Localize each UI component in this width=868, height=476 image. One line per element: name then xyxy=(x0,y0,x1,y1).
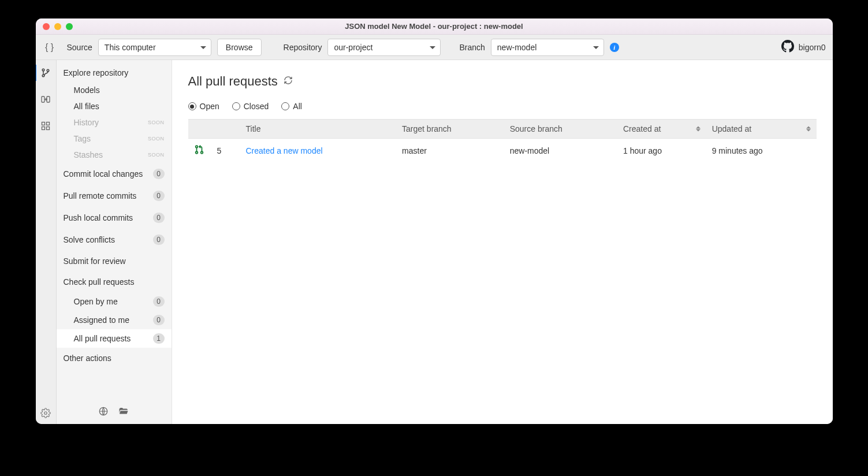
col-number-header xyxy=(211,120,240,139)
col-updated-header[interactable]: Updated at xyxy=(706,120,817,139)
sidebar-bottom-icons xyxy=(57,406,172,418)
svg-rect-5 xyxy=(42,122,45,125)
table-row[interactable]: 5 Created a new model master new-model 1… xyxy=(188,139,817,163)
pr-status-cell xyxy=(188,139,211,163)
refresh-icon[interactable] xyxy=(284,76,293,87)
source-select-value: This computer xyxy=(105,43,156,52)
page-title: All pull requests xyxy=(188,74,817,89)
rail-grid-icon[interactable] xyxy=(36,118,57,134)
pr-target-cell: master xyxy=(396,139,504,163)
col-target-header[interactable]: Target branch xyxy=(396,120,504,139)
sort-arrows-icon xyxy=(696,124,701,134)
svg-rect-6 xyxy=(47,122,50,125)
sidebar-item-solve-conflicts[interactable]: Solve conflicts 0 xyxy=(57,229,172,251)
username: bigorn0 xyxy=(799,43,826,52)
globe-icon[interactable] xyxy=(98,406,109,418)
svg-rect-8 xyxy=(47,127,50,130)
sidebar-item-all-files[interactable]: All files xyxy=(57,98,172,114)
filter-closed-radio[interactable]: Closed xyxy=(232,102,269,111)
icon-rail xyxy=(36,60,57,424)
col-title-header[interactable]: Title xyxy=(240,120,397,139)
sidebar-explore-header[interactable]: Explore repository xyxy=(57,64,172,82)
col-source-header[interactable]: Source branch xyxy=(504,120,617,139)
sidebar-item-push-local[interactable]: Push local commits 0 xyxy=(57,207,172,229)
app-window: JSON model New Model - our-project : new… xyxy=(36,18,833,424)
branch-select[interactable]: new-model xyxy=(491,39,604,56)
pr-number-cell: 5 xyxy=(211,139,240,163)
status-filter-group: Open Closed All xyxy=(188,102,817,111)
source-select[interactable]: This computer xyxy=(98,39,211,56)
source-label: Source xyxy=(67,43,92,52)
svg-rect-7 xyxy=(42,127,45,130)
toolbar: { } Source This computer Browse Reposito… xyxy=(36,35,833,60)
sidebar-item-other-actions[interactable]: Other actions xyxy=(57,348,172,369)
pr-title-cell: Created a new model xyxy=(240,139,397,163)
json-braces-icon: { } xyxy=(43,42,57,53)
rail-settings-icon[interactable] xyxy=(36,408,56,418)
pr-updated-cell: 9 minutes ago xyxy=(706,139,817,163)
sidebar-item-history: History SOON xyxy=(57,114,172,131)
main-content: All pull requests Open Closed All xyxy=(172,60,833,424)
user-chip[interactable]: bigorn0 xyxy=(781,40,826,54)
info-icon[interactable]: i xyxy=(610,43,619,52)
pr-created-cell: 1 hour ago xyxy=(617,139,706,163)
github-icon xyxy=(781,40,794,54)
sort-arrows-icon xyxy=(806,124,811,134)
sidebar-item-models[interactable]: Models xyxy=(57,82,172,98)
sidebar-item-commit-local[interactable]: Commit local changes 0 xyxy=(57,163,172,185)
col-icon-header xyxy=(188,120,211,139)
filter-all-radio[interactable]: All xyxy=(281,102,302,111)
pull-request-icon xyxy=(194,147,204,157)
sidebar: Explore repository Models All files Hist… xyxy=(57,60,172,424)
pr-title-link[interactable]: Created a new model xyxy=(246,146,323,155)
sidebar-item-submit-review[interactable]: Submit for review xyxy=(57,251,172,272)
sidebar-item-all-pull-requests[interactable]: All pull requests 1 xyxy=(57,329,172,348)
sidebar-item-stashes: Stashes SOON xyxy=(57,147,172,163)
branch-select-value: new-model xyxy=(497,43,537,52)
svg-point-9 xyxy=(44,412,47,415)
repository-select[interactable]: our-project xyxy=(327,39,441,56)
svg-rect-3 xyxy=(42,96,44,102)
sidebar-item-open-by-me[interactable]: Open by me 0 xyxy=(57,292,172,311)
rail-compare-icon[interactable] xyxy=(36,91,57,107)
repository-select-value: our-project xyxy=(334,43,372,52)
rail-branch-icon[interactable] xyxy=(36,65,55,81)
browse-button-label: Browse xyxy=(226,43,253,52)
filter-open-radio[interactable]: Open xyxy=(188,102,219,111)
browse-button[interactable]: Browse xyxy=(217,39,262,56)
folder-open-icon[interactable] xyxy=(118,406,129,418)
sidebar-item-pull-remote[interactable]: Pull remote commits 0 xyxy=(57,185,172,207)
branch-label: Branch xyxy=(459,43,485,52)
sidebar-item-check-prs[interactable]: Check pull requests xyxy=(57,272,172,292)
sidebar-item-tags: Tags SOON xyxy=(57,131,172,147)
col-created-header[interactable]: Created at xyxy=(617,120,706,139)
window-title: JSON model New Model - our-project : new… xyxy=(36,22,833,31)
pr-source-cell: new-model xyxy=(504,139,617,163)
body: Explore repository Models All files Hist… xyxy=(36,60,833,424)
sidebar-item-assigned-to-me[interactable]: Assigned to me 0 xyxy=(57,311,172,329)
titlebar: JSON model New Model - our-project : new… xyxy=(36,18,833,35)
pull-requests-table: Title Target branch Source branch Create… xyxy=(188,119,817,162)
repository-label: Repository xyxy=(284,43,322,52)
